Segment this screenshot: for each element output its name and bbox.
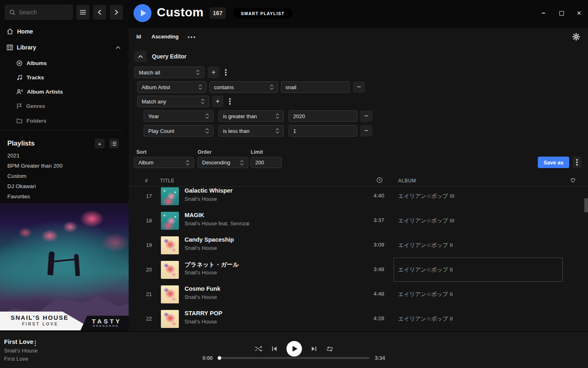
rule-1-operator-select[interactable]: contains <box>209 81 278 93</box>
duration-column-clock-icon[interactable] <box>376 177 383 183</box>
table-row[interactable]: 17 Galactic Whisper Snail’s House 4:40 エ… <box>129 187 588 209</box>
gear-icon[interactable] <box>572 33 580 41</box>
now-playing-album: First Love <box>4 356 28 362</box>
hamburger-icon <box>80 10 86 15</box>
sidebar-item-tracks[interactable]: Tracks <box>0 72 129 82</box>
minimize-button[interactable]: – <box>539 9 548 17</box>
search-input[interactable] <box>19 9 64 16</box>
table-row[interactable]: 21 Cosmo Funk Snail’s House 4:48 エイリアン☆ポ… <box>129 282 588 307</box>
remove-rule-3-button[interactable]: − <box>360 125 372 137</box>
chevron-up-icon[interactable] <box>116 46 120 49</box>
folder-icon <box>16 118 22 123</box>
rule-2-field-select[interactable]: Year <box>144 110 214 122</box>
add-rule-button-1[interactable]: + <box>208 67 219 78</box>
rule-1-value-input[interactable] <box>281 81 350 93</box>
playlist-list-button[interactable] <box>109 139 119 148</box>
rule-3-value-input[interactable] <box>289 125 357 137</box>
smart-playlist-badge: SMART PLAYLIST <box>233 8 292 18</box>
label-logo-text: TASTY <box>92 318 129 325</box>
page-title: Custom <box>157 5 204 19</box>
match-group-1-select[interactable]: Match all <box>134 67 204 78</box>
save-options-kebab[interactable] <box>572 157 581 168</box>
close-icon: × <box>577 9 581 18</box>
sort-field-button[interactable]: Id <box>136 34 141 40</box>
column-title[interactable]: TITLE <box>160 178 174 184</box>
spinner-icon <box>196 70 200 75</box>
now-playing-album-art[interactable]: SNAIL'S HOUSE FIRST LOVE TASTY <box>0 203 129 330</box>
select-value: Match any <box>142 99 166 105</box>
playlist-item[interactable]: 2021 <box>7 153 118 161</box>
track-count-badge: 167 <box>209 7 226 19</box>
play-pause-button[interactable] <box>287 341 302 357</box>
sidebar-item-folders[interactable]: Folders <box>0 116 129 126</box>
remove-rule-2-button[interactable]: − <box>360 110 372 122</box>
playlist-item[interactable]: DJ Okawari <box>7 183 118 191</box>
back-button[interactable] <box>93 5 106 20</box>
sidebar-item-genres[interactable]: Genres <box>0 101 129 111</box>
now-playing-kebab-icon[interactable] <box>33 340 38 346</box>
rule-3-operator-select[interactable]: is less than <box>218 125 284 137</box>
search-box[interactable] <box>5 5 73 20</box>
seek-bar[interactable] <box>218 357 370 359</box>
sort-select[interactable]: Album <box>134 157 194 168</box>
sidebar-item-home[interactable]: Home <box>0 26 129 37</box>
column-album[interactable]: ALBUM <box>398 178 416 184</box>
close-button[interactable]: × <box>575 9 583 17</box>
match-group-2-select[interactable]: Match any <box>137 96 209 107</box>
track-duration: 4:28 <box>357 315 384 321</box>
table-row[interactable]: 19 Candy Spaceship Snail’s House 3:09 エイ… <box>129 233 588 258</box>
minus-icon: − <box>357 83 361 91</box>
sort-direction-button[interactable]: Ascending <box>151 34 178 40</box>
transport-controls <box>255 341 334 357</box>
maximize-button[interactable] <box>557 9 566 17</box>
previous-track-icon[interactable] <box>272 346 278 352</box>
rule-1-field-select[interactable]: Album Artist <box>137 81 207 93</box>
play-playlist-button[interactable] <box>134 4 151 22</box>
table-row[interactable]: 20 プラネット・ガール Snail’s House 3:48 エイリアン☆ポッ… <box>129 258 588 282</box>
sort-label: Sort <box>136 149 147 155</box>
group-2-kebab-icon[interactable] <box>227 96 233 107</box>
seek-knob[interactable] <box>218 356 221 360</box>
scrollbar-thumb[interactable] <box>584 198 588 212</box>
table-row[interactable]: 18 MAGIK Snail’s House feat. Sennzai 3:3… <box>129 209 588 233</box>
query-editor-collapse-button[interactable] <box>134 51 147 62</box>
save-as-button[interactable]: Save as <box>538 157 569 168</box>
next-track-icon[interactable] <box>311 346 317 352</box>
spinner-icon <box>205 113 209 119</box>
remove-rule-1-button[interactable]: − <box>353 81 365 93</box>
track-thumbnail <box>161 212 179 230</box>
album-art-figure <box>52 258 76 263</box>
repeat-icon[interactable] <box>326 346 334 352</box>
column-number[interactable]: # <box>145 178 148 184</box>
track-number: 22 <box>139 316 152 322</box>
sidebar-item-albums[interactable]: Albums <box>0 58 129 68</box>
table-row[interactable]: 22 STARRY POP Snail’s House 4:28 エイリアン☆ポ… <box>129 307 588 331</box>
sidebar-item-album-artists[interactable]: Album Artists <box>0 87 129 96</box>
track-number: 18 <box>139 218 152 224</box>
forward-button[interactable] <box>110 5 123 20</box>
menu-button[interactable] <box>76 5 89 20</box>
playlist-item[interactable]: Favorites <box>7 193 118 202</box>
playlist-item[interactable]: BPM Greater than 200 <box>7 163 118 171</box>
player-bar: First Love Snail’s House First Love ★ ★ <box>0 331 588 368</box>
minus-icon: − <box>364 112 368 120</box>
playlist-item[interactable]: Custom <box>7 173 118 181</box>
rule-2-operator-select[interactable]: is greater than <box>218 110 284 122</box>
select-value: is less than <box>223 128 249 134</box>
track-artist: Snail’s House <box>185 245 217 251</box>
sidebar-item-library[interactable]: Library <box>0 42 129 53</box>
rule-2-value-input[interactable] <box>289 110 357 122</box>
limit-input[interactable] <box>251 157 282 168</box>
track-artist: Snail’s House feat. Sennzai <box>185 220 249 227</box>
add-playlist-button[interactable]: + <box>95 139 105 148</box>
track-thumbnail <box>161 236 179 254</box>
shuffle-icon[interactable] <box>255 346 263 352</box>
track-number: 21 <box>139 291 152 297</box>
more-options-icon[interactable] <box>191 36 192 38</box>
rule-3-field-select[interactable]: Play Count <box>144 125 214 137</box>
group-1-kebab-icon[interactable] <box>223 67 229 78</box>
sidebar-item-label: Library <box>17 44 36 51</box>
add-rule-button-2[interactable]: + <box>212 96 223 107</box>
order-select[interactable]: Descending <box>198 157 248 168</box>
favorite-column-heart-icon[interactable] <box>570 177 576 183</box>
